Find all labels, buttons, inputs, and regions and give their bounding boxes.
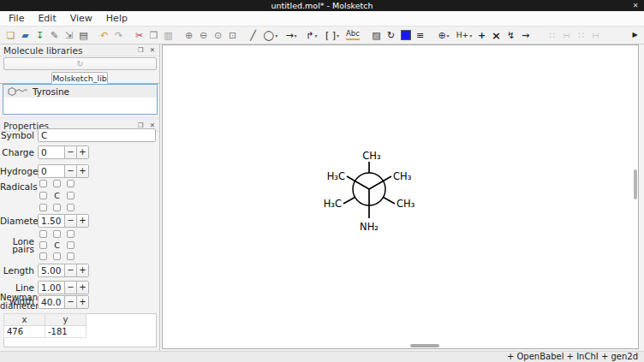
hydrogen-tool-button[interactable]: H+▾	[454, 27, 474, 43]
bracket-tool-button[interactable]: [ ]▾	[322, 27, 343, 43]
radical-checkbox[interactable]	[67, 204, 75, 211]
length-decrement-button[interactable]: −	[64, 264, 76, 276]
line-width-decrement-button[interactable]: −	[64, 282, 76, 294]
refresh-icon: ↻	[76, 59, 83, 68]
print-button[interactable]: ▤	[76, 27, 91, 43]
charge-decrement-button[interactable]: −	[64, 146, 76, 158]
toolbar-overflow-button[interactable]: ▶	[628, 27, 642, 43]
library-refresh-button[interactable]: ↻	[3, 57, 157, 70]
menu-help[interactable]: Help	[99, 11, 134, 27]
draw-tool-button[interactable]: ╱	[246, 27, 260, 43]
save-button[interactable]: ↧	[33, 27, 47, 43]
column-header-y[interactable]: y	[45, 314, 86, 326]
undo-button[interactable]: ↶	[97, 27, 111, 43]
lone-pair-checkbox[interactable]	[53, 252, 61, 260]
zoom-original-button[interactable]: ⊙	[211, 27, 225, 43]
lone-pair-checkbox[interactable]	[39, 230, 47, 238]
radical-checkbox[interactable]	[53, 180, 61, 187]
column-header-x[interactable]: x	[4, 314, 45, 326]
atom-label-bottom[interactable]: NH₂	[360, 221, 379, 233]
copy-button[interactable]: ❐	[146, 27, 161, 43]
atom-label-upper-left[interactable]: H₃C	[327, 170, 345, 182]
cut-button[interactable]: ✂	[132, 27, 146, 43]
save-as-button[interactable]: ✎	[47, 27, 62, 43]
menu-edit[interactable]: Edit	[31, 11, 63, 27]
float-panel-icon[interactable]: ❐	[135, 45, 146, 56]
hydrogens-increment-button[interactable]: +	[76, 165, 88, 177]
radical-checkbox[interactable]	[39, 204, 47, 211]
line-width-value[interactable]	[39, 282, 64, 294]
radical-checkbox[interactable]	[67, 192, 75, 199]
radical-checkbox[interactable]	[39, 180, 47, 187]
list-item-tyrosine[interactable]: Tyrosine	[3, 85, 157, 98]
zoom-fit-button[interactable]: ⊡	[225, 27, 240, 43]
drawing-canvas[interactable]: CH₃ H₃C CH₃ H₃C CH₃ NH₂	[162, 45, 639, 349]
atom-label-lower-left[interactable]: H₃C	[324, 198, 342, 210]
lone-pair-checkbox[interactable]	[67, 230, 75, 238]
radical-checkbox[interactable]	[53, 204, 61, 211]
atom-label-top[interactable]: CH₃	[362, 150, 381, 162]
lone-pair-checkbox[interactable]	[67, 252, 75, 260]
arrow-tool-button[interactable]: →▾	[281, 27, 301, 43]
close-panel-icon[interactable]: ✕	[147, 45, 158, 56]
move-tool-button[interactable]: +	[474, 27, 489, 43]
symbol-label: Symbol	[0, 128, 34, 142]
mechanism-arrow-button[interactable]: ↯	[504, 27, 518, 43]
newman-diameter-decrement-button[interactable]: −	[64, 296, 76, 308]
rotate-tool-button[interactable]: ↻	[384, 27, 398, 43]
window-close-icon[interactable]: ✕	[630, 0, 641, 11]
redo-button[interactable]: ↷	[111, 27, 126, 43]
library-panel-titlebar: Molecule libraries ❐ ✕	[0, 45, 159, 56]
horizontal-scrollbar[interactable]	[410, 344, 439, 347]
lone-pair-checkbox[interactable]	[67, 241, 75, 249]
new-file-button[interactable]: ❏	[3, 27, 18, 43]
newman-diameter-increment-button[interactable]: +	[76, 296, 88, 308]
library-panel-title: Molecule libraries	[3, 45, 82, 56]
menu-file[interactable]: File	[2, 11, 31, 27]
molecule-newman-projection[interactable]: CH₃ H₃C CH₃ H₃C CH₃ NH₂	[292, 136, 446, 239]
charge-tool-button[interactable]: ⊕▾	[433, 27, 454, 43]
zoom-in-button[interactable]: ⊕	[182, 27, 196, 43]
charge-value[interactable]	[39, 146, 64, 158]
newman-diameter-value[interactable]	[39, 296, 64, 308]
lone-pair-checkbox[interactable]	[53, 230, 61, 238]
molecule-library-list: Tyrosine	[3, 84, 158, 115]
zoom-out-button[interactable]: ⊖	[196, 27, 211, 43]
reaction-arrow-button[interactable]: ⇝	[518, 27, 533, 43]
diameter-value[interactable]	[39, 215, 64, 227]
symbol-field[interactable]	[38, 128, 156, 142]
hydrogens-value[interactable]	[39, 165, 64, 177]
ring-tool-button[interactable]: ◯▾	[260, 27, 281, 43]
charge-increment-button[interactable]: +	[76, 146, 88, 158]
line-width-button[interactable]: ≡	[413, 27, 427, 43]
hatch-tool-button[interactable]: ▨	[369, 27, 384, 43]
diameter-decrement-button[interactable]: −	[64, 215, 76, 227]
line-width-increment-button[interactable]: +	[76, 282, 88, 294]
open-file-button[interactable]: ▰	[18, 27, 33, 43]
curved-arrow-tool-button[interactable]: ↱▾	[301, 27, 322, 43]
length-increment-button[interactable]: +	[76, 264, 88, 276]
openbabel-tool-4-button: ∺	[588, 27, 603, 43]
bond-lines[interactable]	[343, 162, 395, 218]
color-picker-button[interactable]	[398, 27, 413, 43]
text-tool-button[interactable]: Abc	[343, 27, 363, 43]
atom-label-upper-right[interactable]: CH₃	[393, 170, 412, 182]
zoom-in-icon: ⊕	[185, 31, 193, 40]
printer-icon: ▤	[79, 31, 87, 40]
lone-pair-checkbox[interactable]	[39, 241, 47, 249]
export-button[interactable]: ⇲	[62, 27, 76, 43]
atom-label-lower-right[interactable]: CH₃	[397, 198, 415, 210]
paste-button[interactable]: ▥	[161, 27, 176, 43]
diameter-increment-button[interactable]: +	[76, 215, 88, 227]
delete-tool-button[interactable]: ×	[489, 27, 504, 43]
hydrogens-decrement-button[interactable]: −	[64, 165, 76, 177]
vertical-scrollbar[interactable]	[634, 169, 637, 199]
length-value[interactable]	[39, 264, 64, 276]
cell-x[interactable]: 476	[4, 326, 45, 338]
tab-molsketch-lib[interactable]: Molsketch_lib	[51, 72, 108, 84]
lone-pair-checkbox[interactable]	[39, 252, 47, 260]
menu-view[interactable]: View	[63, 11, 99, 27]
radical-checkbox[interactable]	[39, 192, 47, 199]
radical-checkbox[interactable]	[67, 180, 75, 187]
cell-y[interactable]: -181	[45, 326, 86, 338]
